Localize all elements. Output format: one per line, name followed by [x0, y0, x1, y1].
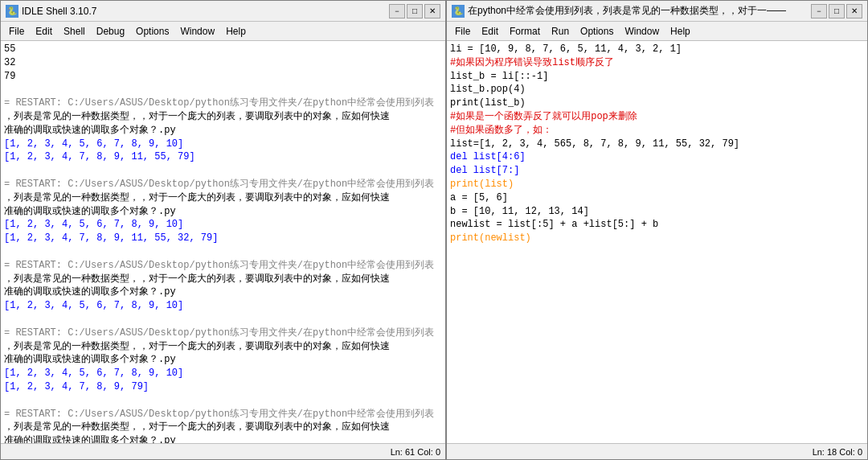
left-menu-help[interactable]: Help: [221, 24, 251, 39]
left-title-bar: 🐍 IDLE Shell 3.10.7 － □ ✕: [1, 1, 445, 22]
left-status-bar: Ln: 61 Col: 0: [1, 443, 445, 459]
code-line: list_b = li[::-1]: [450, 70, 864, 84]
right-status-text: Ln: 18 Col: 0: [813, 447, 862, 457]
right-minimize-button[interactable]: －: [811, 4, 827, 18]
left-close-button[interactable]: ✕: [424, 4, 440, 18]
right-maximize-button[interactable]: □: [829, 4, 845, 18]
right-menu-window[interactable]: Window: [620, 24, 664, 39]
code-line: del list[7:]: [450, 164, 864, 178]
restart-line: = RESTART: C:/Users/ASUS/Desktop/python练…: [4, 327, 442, 340]
left-menu-shell[interactable]: Shell: [59, 24, 90, 39]
right-content-area[interactable]: li = [10, 9, 8, 7, 6, 5, 11, 4, 3, 2, 1]…: [447, 41, 867, 443]
output-line: [1, 2, 3, 4, 5, 6, 7, 8, 9, 10]: [4, 299, 442, 313]
left-title-controls[interactable]: － □ ✕: [389, 4, 440, 18]
code-line: list_b.pop(4): [450, 83, 864, 97]
code-line: print(list): [450, 178, 864, 191]
output-line: 32: [4, 56, 442, 70]
left-menu-window[interactable]: Window: [175, 24, 219, 39]
code-line: list=[1, 2, 3, 4, 565, 8, 7, 8, 9, 11, 5…: [450, 138, 864, 151]
output-line: 准确的调取或快速的调取多个对象？.py: [4, 353, 442, 367]
output-line: [1, 2, 3, 4, 5, 6, 7, 8, 9, 10]: [4, 138, 442, 151]
right-window-title: 在python中经常会使用到列表，列表是常见的一种数据类型，，对于一——: [468, 4, 786, 18]
comment-line: #如果是一个函数弄反了就可以用pop来删除: [450, 110, 864, 124]
left-window-title: IDLE Shell 3.10.7: [22, 6, 96, 17]
left-minimize-button[interactable]: －: [389, 4, 405, 18]
left-maximize-button[interactable]: □: [407, 4, 423, 18]
code-line: b = [10, 11, 12, 13, 14]: [450, 205, 864, 219]
output-line: [1, 2, 3, 4, 7, 8, 9, 11, 55, 79]: [4, 150, 442, 164]
right-menu-run[interactable]: Run: [547, 24, 574, 39]
right-window: 🐍 在python中经常会使用到列表，列表是常见的一种数据类型，，对于一—— －…: [446, 0, 868, 460]
output-line: [1, 2, 3, 4, 5, 6, 7, 8, 9, 10]: [4, 218, 442, 232]
comment-line: #但如果函数多了，如：: [450, 124, 864, 138]
output-line: ，列表是常见的一种数据类型，，对于一个庞大的列表，要调取列表中的对象，应如何快速: [4, 191, 442, 205]
left-status-text: Ln: 61 Col: 0: [391, 447, 440, 457]
code-line: print(list_b): [450, 97, 864, 110]
right-menu-help[interactable]: Help: [665, 24, 695, 39]
blank-line: [4, 313, 442, 327]
output-line: [1, 2, 3, 4, 5, 6, 7, 8, 9, 10]: [4, 367, 442, 380]
restart-line: = RESTART: C:/Users/ASUS/Desktop/python练…: [4, 408, 442, 421]
output-line: ，列表是常见的一种数据类型，，对于一个庞大的列表，要调取列表中的对象，应如何快速: [4, 110, 442, 124]
output-line: 准确的调取或快速的调取多个对象？.py: [4, 434, 442, 443]
code-line: a = [5, 6]: [450, 191, 864, 205]
output-line: 55: [4, 43, 442, 56]
output-line: 79: [4, 70, 442, 84]
right-close-button[interactable]: ✕: [846, 4, 862, 18]
left-menu-bar: File Edit Shell Debug Options Window Hel…: [1, 22, 445, 41]
right-menu-file[interactable]: File: [450, 24, 475, 39]
code-line: del list[4:6]: [450, 150, 864, 164]
blank-line: [4, 164, 442, 178]
right-title-bar: 🐍 在python中经常会使用到列表，列表是常见的一种数据类型，，对于一—— －…: [447, 1, 867, 22]
right-menu-bar: File Edit Format Run Options Window Help: [447, 22, 867, 41]
output-line: ，列表是常见的一种数据类型，，对于一个庞大的列表，要调取列表中的对象，应如何快速: [4, 273, 442, 286]
right-status-bar: Ln: 18 Col: 0: [447, 443, 867, 459]
blank-line: [4, 83, 442, 97]
left-menu-file[interactable]: File: [4, 24, 29, 39]
output-line: 准确的调取或快速的调取多个对象？.py: [4, 205, 442, 219]
left-menu-edit[interactable]: Edit: [31, 24, 57, 39]
left-window: 🐍 IDLE Shell 3.10.7 － □ ✕ File Edit Shel…: [0, 0, 446, 460]
output-line: ，列表是常见的一种数据类型，，对于一个庞大的列表，要调取列表中的对象，应如何快速: [4, 340, 442, 354]
restart-line: = RESTART: C:/Users/ASUS/Desktop/python练…: [4, 259, 442, 273]
output-line: [1, 2, 3, 4, 7, 8, 9, 79]: [4, 380, 442, 394]
code-line: print(newlist): [450, 232, 864, 245]
right-menu-format[interactable]: Format: [505, 24, 545, 39]
code-line: li = [10, 9, 8, 7, 6, 5, 11, 4, 3, 2, 1]: [450, 43, 864, 56]
code-line: newlist = list[:5] + a +list[5:] + b: [450, 218, 864, 232]
left-menu-options[interactable]: Options: [131, 24, 174, 39]
left-content-area[interactable]: 55 32 79 = RESTART: C:/Users/ASUS/Deskto…: [1, 41, 445, 443]
right-title-controls[interactable]: － □ ✕: [811, 4, 862, 18]
right-menu-options[interactable]: Options: [575, 24, 618, 39]
comment-line: #如果因为程序错误导致list顺序反了: [450, 56, 864, 70]
blank-line: [4, 394, 442, 408]
left-title-left: 🐍 IDLE Shell 3.10.7: [6, 5, 96, 18]
left-menu-debug[interactable]: Debug: [92, 24, 129, 39]
blank-line: [4, 245, 442, 259]
output-line: ，列表是常见的一种数据类型，，对于一个庞大的列表，要调取列表中的对象，应如何快速: [4, 421, 442, 434]
right-menu-edit[interactable]: Edit: [477, 24, 503, 39]
left-app-icon: 🐍: [6, 5, 18, 18]
right-title-left: 🐍 在python中经常会使用到列表，列表是常见的一种数据类型，，对于一——: [452, 4, 786, 18]
restart-line: = RESTART: C:/Users/ASUS/Desktop/python练…: [4, 97, 442, 110]
right-app-icon: 🐍: [452, 5, 465, 18]
output-line: [1, 2, 3, 4, 7, 8, 9, 11, 55, 32, 79]: [4, 232, 442, 245]
restart-line: = RESTART: C:/Users/ASUS/Desktop/python练…: [4, 178, 442, 191]
output-line: 准确的调取或快速的调取多个对象？.py: [4, 285, 442, 299]
output-line: 准确的调取或快速的调取多个对象？.py: [4, 124, 442, 138]
